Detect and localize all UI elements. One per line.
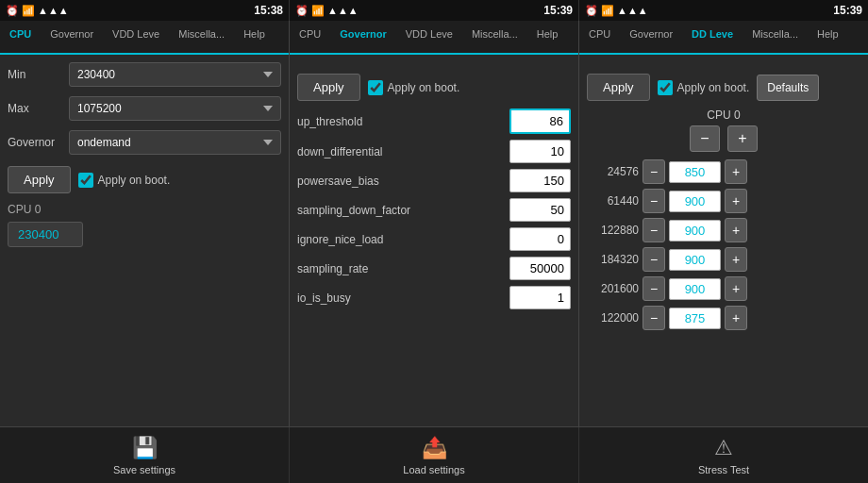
freq-val-5[interactable]: [669, 308, 721, 329]
freq-val-0[interactable]: [669, 161, 721, 183]
param-input-1[interactable]: [509, 140, 571, 163]
freq-minus-2[interactable]: −: [643, 218, 665, 242]
tab-governor-3[interactable]: Governor: [620, 21, 682, 55]
freq-plus-3[interactable]: +: [725, 247, 747, 272]
tab-cpu-3[interactable]: CPU: [579, 21, 620, 55]
alarm-icon-1: ⏰: [6, 5, 19, 17]
freq-row-4: 201600−+: [587, 276, 860, 301]
bottom-icon-0: 💾: [132, 436, 158, 460]
freq-label-5: 122000: [587, 311, 639, 325]
alarm-icon-3: ⏰: [585, 5, 598, 17]
freq-val-1[interactable]: [669, 191, 721, 212]
param-name-3: sampling_down_factor: [297, 204, 504, 217]
freq-row-5: 122000−+: [587, 306, 860, 330]
tab-help-1[interactable]: Help: [234, 21, 275, 55]
tab-help-2[interactable]: Help: [527, 21, 568, 55]
apply-on-boot-label-2[interactable]: Apply on boot.: [368, 80, 460, 95]
tab-governor-2[interactable]: Governor: [330, 21, 396, 55]
tab-misc-1[interactable]: Miscella...: [169, 21, 234, 55]
freq-minus-3[interactable]: −: [643, 247, 665, 272]
freq-label-1: 61440: [587, 194, 639, 208]
tab-vddlevel-2[interactable]: VDD Leve: [396, 21, 462, 55]
param-name-6: io_is_busy: [297, 291, 504, 305]
freq-plus-4[interactable]: +: [725, 276, 747, 301]
freq-plus-5[interactable]: +: [725, 306, 747, 330]
governor-select[interactable]: ondemand: [69, 130, 281, 155]
tab-governor-1[interactable]: Governor: [41, 21, 103, 55]
panels-container: CPU Governor VDD Leve Miscella... Help M…: [0, 21, 868, 426]
param-row-6: io_is_busy: [297, 286, 571, 309]
param-input-2[interactable]: [509, 169, 571, 192]
freq-label-0: 24576: [587, 165, 639, 178]
apply-on-boot-label-1[interactable]: Apply on boot.: [78, 173, 171, 188]
tab-cpu-1[interactable]: CPU: [0, 21, 41, 55]
tab-help-3[interactable]: Help: [808, 21, 848, 55]
param-input-5[interactable]: [509, 257, 571, 280]
minus-btn-global[interactable]: −: [690, 125, 720, 152]
panel-cpu: CPU Governor VDD Leve Miscella... Help M…: [0, 21, 290, 426]
freq-minus-4[interactable]: −: [643, 276, 665, 301]
defaults-button[interactable]: Defaults: [757, 75, 819, 101]
apply-button-2[interactable]: Apply: [297, 74, 360, 101]
bottom-btn-0[interactable]: 💾Save settings: [0, 427, 290, 483]
status-bar-1: ⏰ 📶 ▲▲▲ 15:38: [0, 0, 290, 21]
min-row: Min 230400: [8, 62, 281, 87]
max-select[interactable]: 1075200: [69, 96, 281, 121]
status-left-2: ⏰ 📶 ▲▲▲: [295, 5, 359, 17]
apply-button-1[interactable]: Apply: [8, 166, 71, 193]
apply-button-3[interactable]: Apply: [587, 74, 650, 101]
param-name-4: ignore_nice_load: [297, 233, 504, 246]
tab-misc-3[interactable]: Miscella...: [743, 21, 808, 55]
time-2: 15:39: [543, 4, 573, 17]
freq-plus-0[interactable]: +: [725, 159, 747, 184]
param-name-2: powersave_bias: [297, 175, 504, 188]
param-input-6[interactable]: [509, 286, 571, 309]
apply-row-2: Apply Apply on boot.: [297, 74, 571, 101]
tab-vddlevel-3[interactable]: DD Leve: [682, 21, 743, 55]
freq-rows: 24576−+61440−+122880−+184320−+201600−+12…: [587, 159, 860, 330]
param-row-0: up_threshold: [297, 108, 571, 134]
freq-plus-2[interactable]: +: [725, 218, 747, 242]
tab-vddlevel-1[interactable]: VDD Leve: [103, 21, 169, 55]
bottom-bar: 💾Save settings📤Load settings⚠Stress Test: [0, 426, 868, 483]
tab-misc-2[interactable]: Miscella...: [462, 21, 527, 55]
panel1-content: Min 230400 Max 1075200 Governor ondemand…: [0, 55, 289, 426]
param-row-3: sampling_down_factor: [297, 198, 571, 222]
wifi-icon-3: 📶: [601, 5, 614, 17]
freq-val-2[interactable]: [669, 220, 721, 242]
freq-val-3[interactable]: [669, 249, 721, 271]
status-left-3: ⏰ 📶 ▲▲▲: [585, 5, 648, 17]
status-right-3: 15:39: [833, 4, 862, 17]
wifi-icon-2: 📶: [311, 5, 325, 17]
freq-row-0: 24576−+: [587, 159, 860, 184]
apply-on-boot-checkbox-2[interactable]: [368, 80, 383, 95]
param-input-3[interactable]: [509, 198, 571, 222]
panel-governor: CPU Governor VDD Leve Miscella... Help A…: [290, 21, 579, 426]
param-input-0[interactable]: [509, 108, 571, 134]
alarm-icon-2: ⏰: [295, 5, 309, 17]
tab-cpu-2[interactable]: CPU: [290, 21, 330, 55]
param-name-5: sampling_rate: [297, 262, 504, 275]
cpu-value-1: 230400: [8, 222, 83, 247]
freq-minus-5[interactable]: −: [643, 306, 665, 330]
apply-on-boot-label-3[interactable]: Apply on boot.: [658, 80, 750, 95]
bottom-btn-2[interactable]: ⚠Stress Test: [579, 427, 868, 483]
apply-row-1: Apply Apply on boot.: [8, 166, 281, 193]
apply-on-boot-checkbox-3[interactable]: [658, 80, 673, 95]
panel2-content: Apply Apply on boot. up_thresholddown_di…: [290, 55, 578, 426]
panel1-tabs: CPU Governor VDD Leve Miscella... Help: [0, 21, 289, 55]
bottom-btn-1[interactable]: 📤Load settings: [290, 427, 579, 483]
freq-minus-1[interactable]: −: [643, 189, 665, 213]
plus-btn-global[interactable]: +: [727, 125, 758, 152]
wifi-icon-1: 📶: [22, 5, 35, 17]
min-select[interactable]: 230400: [69, 62, 281, 87]
param-input-4[interactable]: [509, 227, 571, 251]
status-right-2: 15:39: [543, 4, 573, 17]
panel2-tabs: CPU Governor VDD Leve Miscella... Help: [290, 21, 578, 55]
apply-on-boot-checkbox-1[interactable]: [78, 173, 93, 188]
freq-plus-1[interactable]: +: [725, 189, 747, 213]
freq-label-4: 201600: [587, 282, 639, 295]
freq-val-4[interactable]: [669, 278, 721, 300]
freq-minus-0[interactable]: −: [643, 159, 665, 184]
max-row: Max 1075200: [8, 96, 281, 121]
